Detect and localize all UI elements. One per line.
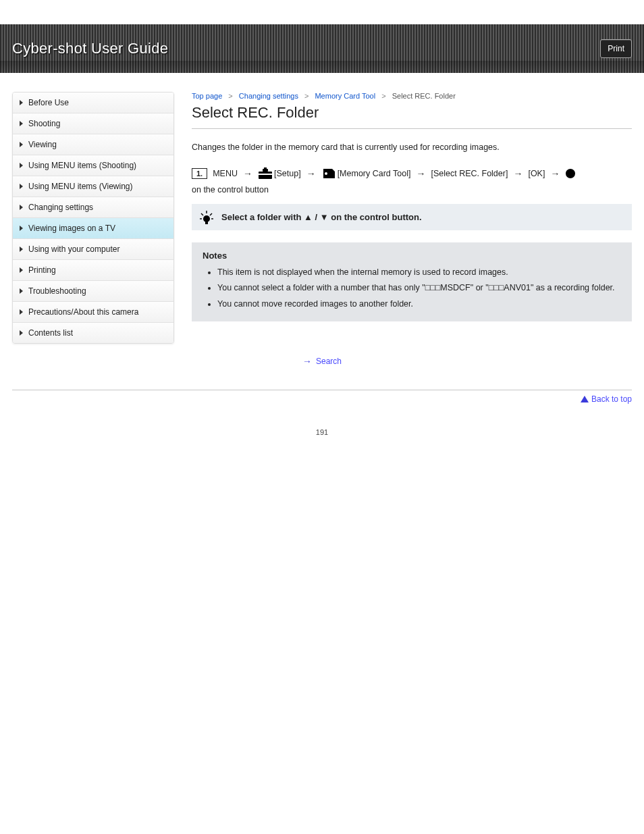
sidebar-item-label: Using MENU items (Viewing) <box>28 182 132 191</box>
breadcrumb-top[interactable]: Top page <box>192 92 222 100</box>
sidebar-item-troubleshooting[interactable]: Troubleshooting <box>13 281 173 302</box>
sidebar-item-label: Changing settings <box>28 203 93 212</box>
arrow-icon: → <box>306 168 316 179</box>
guide-title: Cyber-shot User Guide <box>12 40 168 57</box>
caret-right-icon <box>20 184 23 189</box>
sidebar-item-label: Shooting <box>28 119 60 128</box>
setup-label: [Setup] <box>274 169 301 178</box>
intro-paragraph: Changes the folder in the memory card th… <box>192 141 632 154</box>
sidebar-item-viewing[interactable]: Viewing <box>13 134 173 155</box>
caret-right-icon <box>20 288 23 294</box>
caret-right-icon <box>20 267 23 273</box>
svg-point-4 <box>325 172 327 175</box>
back-to-top-link[interactable]: Back to top <box>581 394 632 404</box>
menu-label: MENU <box>213 169 238 178</box>
note-item: You cannot select a folder with a number… <box>217 282 621 294</box>
sidebar-item-label: Using MENU items (Shooting) <box>28 161 136 170</box>
caret-right-icon <box>20 309 23 315</box>
caret-right-icon <box>20 205 23 210</box>
arrow-icon: → <box>513 168 522 179</box>
arrow-icon: → <box>243 168 252 179</box>
caret-right-icon <box>20 246 23 252</box>
hint-bulb-icon <box>200 211 213 228</box>
procedure-path: 1. MENU → [Setup] → [Memory Card Tool] →… <box>192 163 632 204</box>
sidebar-item-precautions[interactable]: Precautions/About this camera <box>13 302 173 323</box>
page-title: Select REC. Folder <box>192 104 632 129</box>
sidebar-item-menu-shooting[interactable]: Using MENU items (Shooting) <box>13 155 173 176</box>
sidebar-item-changing-settings[interactable]: Changing settings <box>13 197 173 218</box>
breadcrumb-sep: > <box>381 92 385 100</box>
notes-box: Notes This item is not displayed when th… <box>192 242 632 321</box>
svg-line-9 <box>210 213 212 215</box>
sidebar-item-label: Printing <box>28 265 56 275</box>
breadcrumb-sub[interactable]: Memory Card Tool <box>315 92 375 100</box>
sidebar-item-printing[interactable]: Printing <box>13 260 173 281</box>
sidebar-item-label: Using with your computer <box>28 244 119 254</box>
toolbox-icon <box>258 167 273 180</box>
breadcrumb-cat[interactable]: Changing settings <box>239 92 298 100</box>
sidebar-item-label: Viewing images on a TV <box>28 224 115 233</box>
svg-rect-12 <box>205 221 208 224</box>
sidebar-item-label: Viewing <box>28 140 57 149</box>
svg-rect-2 <box>264 167 267 170</box>
svg-marker-13 <box>581 396 589 402</box>
note-item: This item is not displayed when the inte… <box>217 266 621 279</box>
caret-right-icon <box>20 163 23 168</box>
svg-rect-3 <box>259 174 272 175</box>
breadcrumb-sep: > <box>228 92 232 100</box>
arrow-right-icon: → <box>302 356 312 367</box>
sidebar-item-viewing-tv[interactable]: Viewing images on a TV <box>13 218 173 239</box>
footer-bar: Back to top <box>12 390 632 404</box>
ok-label: [OK] <box>528 169 545 178</box>
notes-title: Notes <box>203 251 621 261</box>
back-to-top-label: Back to top <box>591 394 632 404</box>
sidebar-item-shooting[interactable]: Shooting <box>13 113 173 134</box>
breadcrumb: Top page > Changing settings > Memory Ca… <box>192 92 632 100</box>
notes-list: This item is not displayed when the inte… <box>203 266 621 311</box>
caret-right-icon <box>20 226 23 231</box>
caret-right-icon <box>20 330 23 336</box>
sidebar-item-label: Contents list <box>28 328 73 338</box>
hint-box: Select a folder with ▲ / ▼ on the contro… <box>192 204 632 230</box>
control-button-label: on the control button <box>192 185 269 194</box>
sidebar-item-label: Before Use <box>28 98 69 107</box>
page-number: 191 <box>0 428 644 436</box>
search-link[interactable]: Search <box>316 357 342 366</box>
sidebar-item-label: Precautions/About this camera <box>28 307 138 317</box>
caret-right-icon <box>20 121 23 126</box>
arrow-icon: → <box>416 168 425 179</box>
header-bar: Cyber-shot User Guide Print <box>0 24 644 73</box>
intro-text: Changes the folder in the memory card th… <box>192 141 632 154</box>
print-button[interactable]: Print <box>600 39 632 58</box>
arrow-icon: → <box>550 168 560 179</box>
caret-right-icon <box>20 142 23 147</box>
svg-line-8 <box>201 213 203 215</box>
note-item: You cannot move recorded images to anoth… <box>217 298 621 311</box>
breadcrumb-leaf: Select REC. Folder <box>392 92 456 100</box>
svg-point-5 <box>566 169 575 178</box>
select-rec-folder-label: [Select REC. Folder] <box>431 169 508 178</box>
main-content: Top page > Changing settings > Memory Ca… <box>192 92 632 344</box>
caret-right-icon <box>20 100 23 105</box>
sidebar-item-using-computer[interactable]: Using with your computer <box>13 239 173 260</box>
memory-card-icon <box>321 167 336 180</box>
sidebar-item-label: Troubleshooting <box>28 286 86 296</box>
breadcrumb-sep: > <box>304 92 308 100</box>
sidebar-continued: → Search <box>0 350 644 379</box>
svg-rect-0 <box>259 172 272 179</box>
sidebar-item-before-use[interactable]: Before Use <box>13 93 173 113</box>
sidebar-item-menu-viewing[interactable]: Using MENU items (Viewing) <box>13 176 173 197</box>
sidebar: Before Use Shooting Viewing Using MENU i… <box>12 92 174 344</box>
hint-text: Select a folder with ▲ / ▼ on the contro… <box>221 212 422 222</box>
center-button-icon <box>565 168 576 179</box>
memory-card-tool-label: [Memory Card Tool] <box>338 169 411 178</box>
step-number: 1. <box>192 168 207 179</box>
sidebar-item-contents-list[interactable]: Contents list <box>13 323 173 343</box>
svg-point-6 <box>203 215 210 222</box>
triangle-up-icon <box>581 396 589 402</box>
